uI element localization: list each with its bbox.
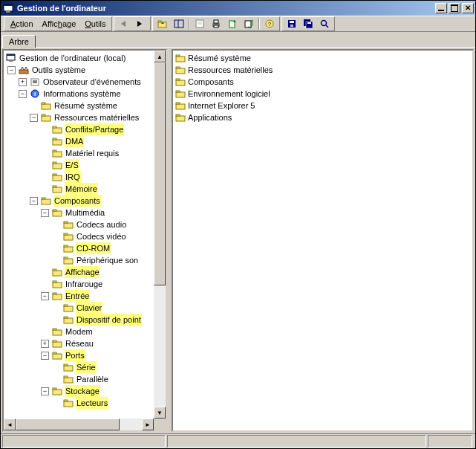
tree-es[interactable]: E/S bbox=[5, 159, 152, 171]
save-button[interactable] bbox=[284, 17, 300, 30]
list-item[interactable]: Résumé système bbox=[175, 52, 471, 64]
folder-icon bbox=[175, 112, 186, 123]
scroll-thumb[interactable] bbox=[154, 62, 166, 285]
export-button[interactable] bbox=[224, 17, 241, 30]
tree-infrarouge[interactable]: Infrarouge bbox=[5, 278, 152, 290]
maximize-button[interactable] bbox=[449, 3, 460, 13]
folder-icon bbox=[51, 184, 63, 194]
tree-conflits-partage[interactable]: Conflits/Partage bbox=[5, 123, 152, 135]
tree-panel: Gestion de l'ordinateur (local) − Outils… bbox=[2, 49, 167, 432]
save-all-button[interactable] bbox=[300, 17, 316, 30]
expander-plus-icon[interactable]: + bbox=[41, 340, 49, 348]
svg-rect-34 bbox=[42, 104, 50, 109]
folder-icon bbox=[175, 88, 186, 99]
tree-dispositif-point[interactable]: Dispositif de point bbox=[5, 314, 152, 326]
splitter[interactable] bbox=[167, 49, 170, 432]
list-item[interactable]: Ressources matérielles bbox=[175, 64, 471, 76]
svg-rect-73 bbox=[53, 329, 56, 330]
list-item[interactable]: Composants bbox=[175, 76, 471, 88]
tree-irq[interactable]: IRQ bbox=[5, 171, 152, 183]
up-folder-button[interactable] bbox=[154, 17, 171, 30]
svg-rect-27 bbox=[9, 60, 13, 62]
svg-rect-77 bbox=[53, 352, 56, 354]
refresh-button[interactable] bbox=[241, 17, 257, 30]
svg-rect-90 bbox=[176, 80, 185, 85]
menu-action[interactable]: Action bbox=[6, 19, 38, 29]
svg-rect-75 bbox=[53, 340, 56, 342]
tree-ports[interactable]: −Ports bbox=[5, 349, 152, 361]
vertical-scrollbar[interactable]: ▲ ▼ bbox=[154, 51, 166, 419]
scroll-right-button[interactable]: ► bbox=[142, 419, 154, 430]
expander-minus-icon[interactable]: − bbox=[19, 90, 27, 98]
svg-rect-79 bbox=[64, 364, 68, 366]
tree-modem[interactable]: Modem bbox=[5, 326, 152, 337]
tree-root[interactable]: Gestion de l'ordinateur (local) bbox=[5, 52, 152, 64]
svg-rect-82 bbox=[53, 390, 62, 395]
tree-codecs-audio[interactable]: Codecs audio bbox=[5, 219, 152, 230]
scroll-thumb[interactable] bbox=[16, 419, 120, 430]
help-button[interactable]: ? bbox=[261, 17, 278, 30]
status-pane-2 bbox=[167, 435, 426, 448]
minimize-button[interactable] bbox=[435, 3, 447, 13]
expander-minus-icon[interactable]: − bbox=[41, 292, 49, 300]
show-pane-button[interactable] bbox=[171, 17, 187, 30]
tree[interactable]: Gestion de l'ordinateur (local) − Outils… bbox=[4, 51, 154, 419]
print-button[interactable] bbox=[208, 17, 224, 30]
tree-reseau[interactable]: +Réseau bbox=[5, 337, 152, 349]
status-pane-3 bbox=[428, 435, 472, 448]
tree-informations-systeme[interactable]: − i Informations système bbox=[5, 88, 152, 100]
tree-entree[interactable]: −Entrée bbox=[5, 290, 152, 302]
tree-outils-systeme[interactable]: − Outils système bbox=[5, 64, 152, 76]
find-button[interactable] bbox=[316, 17, 333, 30]
expander-minus-icon[interactable]: − bbox=[41, 387, 49, 395]
back-button[interactable] bbox=[116, 17, 132, 30]
tree-clavier[interactable]: Clavier bbox=[5, 302, 152, 314]
scroll-left-button[interactable]: ◄ bbox=[4, 419, 16, 430]
toolbar-main: ? bbox=[152, 16, 280, 31]
tree-materiel-requis[interactable]: Matériel requis bbox=[5, 147, 152, 159]
close-button[interactable] bbox=[462, 3, 474, 13]
folder-icon bbox=[62, 303, 74, 313]
tree-multimedia[interactable]: −Multimédia bbox=[5, 207, 152, 219]
expander-minus-icon[interactable]: − bbox=[41, 352, 49, 360]
expander-minus-icon[interactable]: − bbox=[30, 197, 38, 205]
tree-lecteurs[interactable]: Lecteurs bbox=[5, 397, 152, 409]
horizontal-scrollbar[interactable]: ◄ ► bbox=[4, 419, 154, 430]
tree-peripherique-son[interactable]: Périphérique son bbox=[5, 254, 152, 266]
tree-serie[interactable]: Série bbox=[5, 361, 152, 373]
menu-affichage[interactable]: Affichage bbox=[38, 19, 81, 29]
tree-cdrom[interactable]: CD-ROM bbox=[5, 242, 152, 254]
tree-composants[interactable]: − Composants bbox=[5, 195, 152, 207]
tree-dma[interactable]: DMA bbox=[5, 135, 152, 147]
tree-parallele[interactable]: Parallèle bbox=[5, 373, 152, 385]
list-item[interactable]: Environnement logiciel bbox=[175, 88, 471, 100]
tree-ressources-materielles[interactable]: − Ressources matérielles bbox=[5, 112, 152, 123]
svg-rect-40 bbox=[53, 140, 62, 145]
list-item[interactable]: Applications bbox=[175, 112, 471, 123]
properties-button[interactable] bbox=[192, 17, 208, 30]
scroll-up-button[interactable]: ▲ bbox=[154, 51, 166, 62]
tree-affichage[interactable]: Affichage bbox=[5, 266, 152, 278]
tree-stockage[interactable]: −Stockage bbox=[5, 385, 152, 397]
expander-plus-icon[interactable]: + bbox=[19, 78, 27, 86]
folder-icon bbox=[51, 326, 63, 337]
list-item[interactable]: Internet Explorer 5 bbox=[175, 100, 471, 112]
tab-arbre[interactable]: Arbre bbox=[2, 35, 36, 48]
expander-minus-icon[interactable]: − bbox=[7, 66, 16, 74]
forward-button[interactable] bbox=[132, 17, 149, 30]
svg-rect-35 bbox=[42, 103, 45, 104]
expander-minus-icon[interactable]: − bbox=[30, 114, 38, 122]
menu-outils[interactable]: Outils bbox=[80, 19, 110, 29]
expander-minus-icon[interactable]: − bbox=[41, 209, 49, 217]
scroll-down-button[interactable]: ▼ bbox=[154, 407, 166, 419]
folder-icon bbox=[175, 100, 186, 111]
svg-rect-80 bbox=[64, 378, 73, 383]
folder-icon bbox=[62, 314, 74, 325]
svg-rect-64 bbox=[53, 282, 62, 288]
svg-rect-48 bbox=[53, 187, 62, 193]
svg-rect-44 bbox=[53, 164, 62, 169]
tree-resume-systeme[interactable]: Résumé système bbox=[5, 100, 152, 112]
tree-codecs-video[interactable]: Codecs vidéo bbox=[5, 230, 152, 242]
tree-observateur[interactable]: + Observateur d'événements bbox=[5, 76, 152, 88]
tree-memoire[interactable]: Mémoire bbox=[5, 183, 152, 195]
